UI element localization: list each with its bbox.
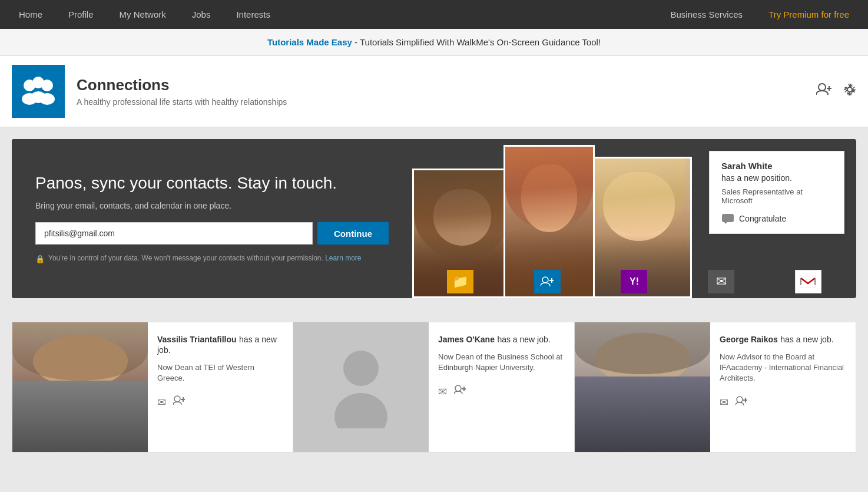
feed-card-2: James O'Kane has a new job. Now Dean of … xyxy=(293,322,575,453)
svg-point-10 xyxy=(542,277,548,283)
svg-point-21 xyxy=(455,385,461,391)
svg-point-9 xyxy=(847,87,852,92)
nav-item-business-services[interactable]: Business Services xyxy=(657,0,756,29)
nav-item-jobs[interactable]: Jobs xyxy=(179,0,224,29)
congratulate-label: Congratulate xyxy=(739,214,786,223)
svg-point-16 xyxy=(174,396,180,402)
email-folder-icon[interactable]: 📁 xyxy=(447,270,473,293)
sync-right: 📁 Y! ✉ xyxy=(412,139,856,298)
svg-point-24 xyxy=(737,397,743,402)
service-icons-row: 📁 Y! ✉ xyxy=(412,265,856,298)
feed-name-1: Vassilis Triantafillou has a new job. xyxy=(157,334,283,355)
sync-heading: Panos, sync your contacts. Stay in touch… xyxy=(35,174,389,193)
speech-bubble-icon xyxy=(721,213,734,224)
svg-point-6 xyxy=(819,84,826,91)
message-footer-icon-2[interactable]: ✉ xyxy=(438,385,447,398)
feed-card-1: Vassilis Triantafillou has a new job. No… xyxy=(12,322,293,453)
message-footer-icon-3[interactable]: ✉ xyxy=(720,396,728,409)
sync-left: Panos, sync your contacts. Stay in touch… xyxy=(12,139,412,298)
add-conn-footer-icon-2[interactable] xyxy=(454,385,466,398)
feed-card-footer-1: ✉ xyxy=(157,395,283,409)
nav-item-home[interactable]: Home xyxy=(6,0,55,29)
nav-item-my-network[interactable]: My Network xyxy=(107,0,179,29)
lock-icon: 🔒 xyxy=(35,255,45,263)
privacy-text: You're in control of your data. We won't… xyxy=(48,254,362,262)
nav-item-try-premium[interactable]: Try Premium for free xyxy=(756,0,862,29)
feed-info-3: George Raikos has a new job. Now Advisor… xyxy=(710,322,856,452)
feed-info-1: Vassilis Triantafillou has a new job. No… xyxy=(148,322,293,452)
notif-name: Sarah White xyxy=(721,161,832,171)
silhouette-svg xyxy=(332,346,390,428)
sync-section: × Panos, sync your contacts. Stay in tou… xyxy=(0,127,868,310)
connections-logo xyxy=(12,65,65,118)
sync-subtext: Bring your email, contacts, and calendar… xyxy=(35,201,389,210)
add-conn-footer-icon-1[interactable] xyxy=(173,395,185,409)
gear-icon[interactable] xyxy=(843,83,856,100)
connections-text: Connections A healthy professional life … xyxy=(77,76,287,107)
nav-item-profile[interactable]: Profile xyxy=(55,0,107,29)
banner-link[interactable]: Tutorials Made Easy xyxy=(267,37,352,47)
yahoo-icon[interactable]: Y! xyxy=(621,270,647,293)
svg-point-2 xyxy=(41,80,53,91)
message-icon[interactable]: ✉ xyxy=(708,270,734,293)
connections-actions xyxy=(816,83,856,100)
nav-bar: Home Profile My Network Jobs Interests B… xyxy=(0,0,868,29)
feed-card-3: George Raikos has a new job. Now Advisor… xyxy=(575,322,856,453)
sync-card: Panos, sync your contacts. Stay in touch… xyxy=(12,139,856,298)
feed-name-3: George Raikos has a new job. xyxy=(720,334,846,345)
notif-action: has a new position. xyxy=(721,173,832,183)
gmail-icon[interactable] xyxy=(795,270,821,293)
banner-text: - Tutorials Simplified With WalkMe's On-… xyxy=(352,37,601,47)
feed-avatar-2 xyxy=(293,322,429,452)
feed-detail-3: Now Advisor to the Board at IFAacademy -… xyxy=(720,352,846,384)
svg-rect-14 xyxy=(722,214,734,222)
connections-logo-icon xyxy=(21,77,56,106)
feed-avatar-1 xyxy=(12,322,148,452)
add-person-icon[interactable] xyxy=(816,83,831,100)
feed-avatar-3 xyxy=(575,322,710,452)
sync-input-row: Continue xyxy=(35,222,389,245)
nav-right: Business Services Try Premium for free xyxy=(657,0,862,29)
feed-info-2: James O'Kane has a new job. Now Dean of … xyxy=(429,322,574,452)
feed-name-2: James O'Kane has a new job. xyxy=(438,334,565,345)
feed-detail-2: Now Dean of the Business School at Edinb… xyxy=(438,352,565,373)
promo-banner: Tutorials Made Easy - Tutorials Simplifi… xyxy=(0,29,868,56)
nav-left: Home Profile My Network Jobs Interests xyxy=(6,0,283,29)
sync-privacy: 🔒 You're in control of your data. We won… xyxy=(35,254,389,263)
add-conn-footer-icon-3[interactable] xyxy=(736,396,747,410)
svg-point-19 xyxy=(343,351,379,386)
feed-card-footer-3: ✉ xyxy=(720,396,846,410)
connections-subtitle: A healthy professional life starts with … xyxy=(77,97,287,107)
feed-section: Vassilis Triantafillou has a new job. No… xyxy=(0,310,868,464)
continue-button[interactable]: Continue xyxy=(317,222,389,245)
silhouette-container-2 xyxy=(293,322,429,452)
svg-point-5 xyxy=(39,93,55,105)
svg-marker-15 xyxy=(724,222,727,224)
connections-title: Connections xyxy=(77,76,287,94)
email-input[interactable] xyxy=(35,222,313,245)
add-connection-icon[interactable] xyxy=(534,270,561,293)
notif-role: Sales Representative at Microsoft xyxy=(721,187,832,205)
learn-more-link[interactable]: Learn more xyxy=(325,254,361,262)
notification-card: Sarah White has a new position. Sales Re… xyxy=(709,151,844,234)
feed-detail-1: Now Dean at TEI of Western Greece. xyxy=(157,362,283,384)
feed-card-footer-2: ✉ xyxy=(438,385,565,398)
congratulate-button[interactable]: Congratulate xyxy=(721,213,832,224)
nav-item-interests[interactable]: Interests xyxy=(223,0,283,29)
svg-point-20 xyxy=(334,393,387,428)
svg-rect-13 xyxy=(800,276,816,288)
message-footer-icon-1[interactable]: ✉ xyxy=(157,396,166,409)
connections-header: Connections A healthy professional life … xyxy=(0,56,868,127)
